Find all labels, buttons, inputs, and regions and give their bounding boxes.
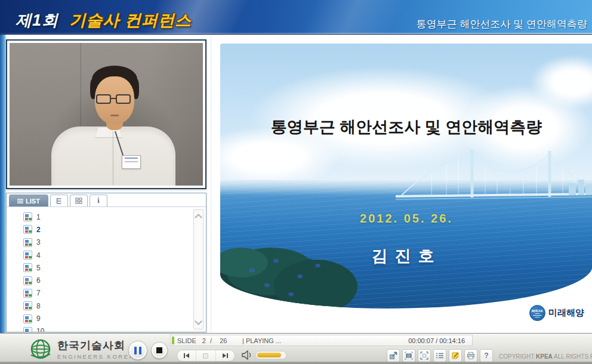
list-item-label: 6 <box>36 276 41 285</box>
status-bar: SLIDE 2 / 26 | PLAYING ... 00:00:07 / 00… <box>170 335 473 346</box>
copyright-text: COPYRIGHT KPEA ALL RIGHTS RESERVED <box>499 353 592 360</box>
slide-view[interactable]: 통영부근 해안선조사 및 연안해역측량 <box>220 44 592 325</box>
list-item-label: 5 <box>36 264 41 272</box>
list-icon <box>17 199 23 203</box>
event-title-prefix: 제1회 <box>16 11 58 29</box>
glasses-left-lens <box>96 94 111 104</box>
list-item[interactable]: 8 <box>23 300 44 312</box>
wave-lines-icon <box>533 313 542 317</box>
pause-icon <box>134 347 141 354</box>
list-item[interactable]: 4 <box>23 249 44 261</box>
volume-slider[interactable] <box>255 351 286 359</box>
tab-info[interactable]: i <box>90 195 107 206</box>
time-display: 00:00:07 / 00:14:16 <box>408 337 465 344</box>
grid-icon <box>75 198 82 204</box>
slide-thumbnail-icon <box>23 327 32 332</box>
mirae-logo-badge-text: MIRAE <box>532 309 544 313</box>
mirae-logo-icon: MIRAE <box>529 305 545 321</box>
slide-thumbnail-icon <box>23 301 32 310</box>
presenter-mouth <box>110 115 119 116</box>
outline-icon <box>56 198 63 204</box>
popout-button[interactable] <box>387 349 400 362</box>
list-item[interactable]: 2 <box>23 223 44 236</box>
slide-thumbnail-icon <box>23 225 32 234</box>
index-button[interactable] <box>433 349 446 362</box>
scroll-down-icon[interactable] <box>195 317 202 325</box>
list-item-label: 1 <box>36 213 41 221</box>
tab-thumbnails[interactable] <box>70 195 88 206</box>
next-icon <box>227 353 228 358</box>
fullscreen-icon <box>420 351 428 360</box>
list-item[interactable]: 7 <box>23 287 44 300</box>
print-button[interactable] <box>464 349 477 362</box>
slide-transport-controls <box>177 350 235 362</box>
list-item[interactable]: 9 <box>23 312 44 325</box>
stop-icon <box>156 347 162 353</box>
screen-icon <box>405 351 413 360</box>
course-title: 통영부근 해안선조사 및 연안해역측량 <box>417 17 587 31</box>
scroll-up-icon[interactable] <box>195 214 202 221</box>
header-bar: 제1회 기술사 컨퍼런스 통영부근 해안선조사 및 연안해역측량 <box>0 0 592 35</box>
pause-button[interactable] <box>128 341 147 360</box>
tab-list-label: LIST <box>26 198 40 205</box>
bottom-edge-decoration <box>0 362 592 364</box>
sync-slide-button[interactable] <box>196 350 215 361</box>
stop-button[interactable] <box>151 342 168 359</box>
list-scrollbar[interactable] <box>193 209 204 329</box>
list-item-label: 2 <box>36 226 41 234</box>
slide-presenter-name: 김진호 <box>220 245 592 267</box>
help-button[interactable]: ? <box>480 349 493 362</box>
globe-logo-icon <box>29 337 53 361</box>
presenter-shirt <box>51 127 175 186</box>
list-item[interactable]: 5 <box>23 261 44 274</box>
slide-title: 통영부근 해안선조사 및 연안해역측량 <box>220 116 592 138</box>
logo-text: 미래해양 <box>548 307 584 319</box>
left-edge-decoration <box>0 35 6 362</box>
prev-icon <box>184 353 185 358</box>
suspension-bridge <box>396 138 592 209</box>
slide-date: 2012. 05. 26. <box>220 212 592 226</box>
tab-outline[interactable] <box>50 195 68 206</box>
presenter-video[interactable] <box>10 43 203 186</box>
shirt-placket <box>112 131 114 185</box>
list-item[interactable]: 6 <box>23 274 44 286</box>
list-item[interactable]: 3 <box>23 236 44 249</box>
slide-thumbnail-icon <box>23 251 32 260</box>
org-name-korean: 한국기술사회 <box>57 338 134 353</box>
mute-button[interactable] <box>241 350 253 362</box>
fullscreen-button[interactable] <box>418 349 431 362</box>
previous-slide-button[interactable] <box>177 350 196 361</box>
glasses-right-lens <box>116 94 131 104</box>
slide-list: 1 2 3 4 5 6 7 <box>7 207 206 332</box>
list-item-label: 3 <box>36 238 41 246</box>
screen-mode-button[interactable] <box>402 349 415 362</box>
slide-panel: 통영부근 해안선조사 및 연안해역측량 <box>211 36 592 332</box>
sync-icon <box>203 353 208 359</box>
slide-thumbnail-icon <box>23 212 32 221</box>
organization-logo: MIRAE 미래해양 <box>529 305 584 321</box>
slide-list-panel: LIST i 1 2 3 <box>6 193 206 332</box>
list-item-label: 10 <box>36 327 44 332</box>
prev-icon <box>186 353 189 358</box>
next-icon <box>223 353 226 358</box>
slide-counter: SLIDE 2 / 26 <box>177 337 227 344</box>
list-item-label: 9 <box>36 314 41 323</box>
slide-current: 2 <box>202 337 206 344</box>
slide-thumbnail-icon <box>23 289 32 298</box>
tab-list[interactable]: LIST <box>9 195 48 206</box>
list-item-label: 7 <box>36 289 41 297</box>
slide-thumbnail-icon <box>23 238 32 247</box>
note-button[interactable] <box>449 349 462 362</box>
info-icon: i <box>97 196 99 205</box>
note-icon <box>451 351 460 360</box>
popout-icon <box>389 351 397 360</box>
slide-thumbnail-icon <box>23 276 32 285</box>
list-item-label: 4 <box>36 251 41 260</box>
list-item[interactable]: 1 <box>23 211 44 223</box>
slide-counter-label: SLIDE <box>177 337 196 344</box>
slide-thumbnail-icon <box>23 263 32 272</box>
list-item-label: 8 <box>36 302 41 310</box>
name-badge <box>122 155 141 169</box>
next-slide-button[interactable] <box>215 350 235 361</box>
list-item[interactable]: 10 <box>23 325 44 332</box>
